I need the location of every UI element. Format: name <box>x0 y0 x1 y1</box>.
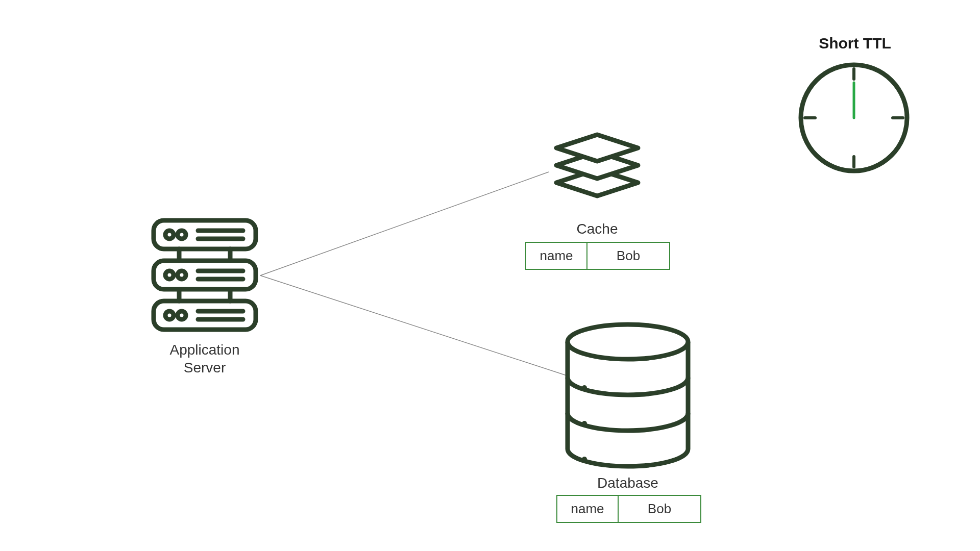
server-label-line1: Application <box>170 342 240 358</box>
svg-point-8 <box>178 231 186 239</box>
svg-point-14 <box>165 271 174 279</box>
server-label: Application Server <box>131 341 279 377</box>
svg-marker-27 <box>556 135 638 161</box>
svg-point-21 <box>165 311 174 319</box>
svg-point-28 <box>568 324 688 359</box>
cache-table: name Bob <box>525 242 670 270</box>
svg-rect-13 <box>154 261 256 289</box>
clock-icon <box>797 61 911 174</box>
connector-server-cache <box>260 172 549 276</box>
svg-point-31 <box>582 457 587 462</box>
svg-point-29 <box>582 385 587 390</box>
database-table: name Bob <box>556 495 701 523</box>
svg-point-7 <box>165 231 174 239</box>
svg-point-30 <box>582 421 587 426</box>
svg-rect-2 <box>852 155 855 168</box>
svg-rect-4 <box>891 116 904 119</box>
database-value: Bob <box>619 496 700 522</box>
server-label-line2: Server <box>184 360 226 375</box>
server-icon <box>151 218 258 333</box>
connector-server-database <box>260 276 567 375</box>
svg-rect-6 <box>154 220 256 249</box>
svg-rect-3 <box>803 116 817 119</box>
svg-rect-1 <box>852 67 855 81</box>
cache-label: Cache <box>521 220 674 238</box>
database-icon <box>564 321 692 469</box>
cache-icon <box>549 129 646 205</box>
cache-key: name <box>526 243 587 269</box>
cache-value: Bob <box>587 243 669 269</box>
svg-rect-20 <box>154 301 256 330</box>
svg-point-22 <box>178 311 186 319</box>
svg-point-15 <box>178 271 186 279</box>
diagram-canvas: Short TTL <box>0 0 980 551</box>
database-label: Database <box>551 474 704 492</box>
database-key: name <box>557 496 619 522</box>
ttl-label: Short TTL <box>794 35 916 52</box>
